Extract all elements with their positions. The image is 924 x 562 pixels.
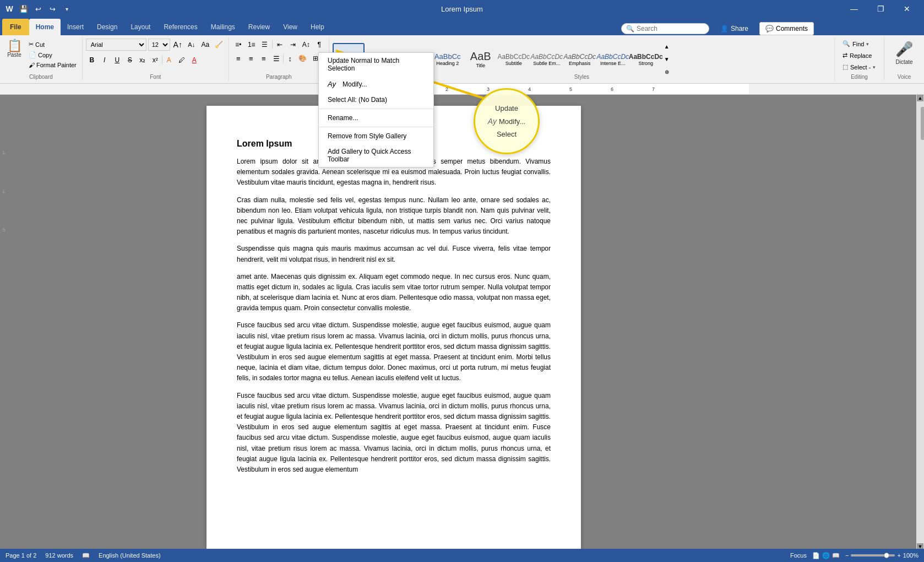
italic-button[interactable]: I [99,54,111,66]
comments-button[interactable]: 💬 Comments [759,22,814,35]
close-button[interactable]: ✕ [894,0,920,18]
callout-select[interactable]: Select [497,130,517,138]
paragraph-label: Paragraph [229,74,329,80]
menu-remove-gallery[interactable]: Remove from Style Gallery [319,128,433,144]
minimize-button[interactable]: — [841,0,867,18]
tab-mailings[interactable]: Mailings [204,19,242,35]
align-right-button[interactable]: ≡ [258,52,270,64]
clear-format-button[interactable]: 🧹 [213,39,225,51]
tab-review[interactable]: Review [242,19,276,35]
dictate-button[interactable]: 🎤 Dictate [892,40,916,66]
save-button[interactable]: 💾 [18,3,30,15]
tab-references[interactable]: References [157,19,204,35]
sort-button[interactable]: A↕ [300,39,312,51]
redo-button[interactable]: ↪ [46,3,58,15]
vertical-scrollbar[interactable]: ▲ ▼ [916,95,924,550]
paragraph-5: Fusce faucibus sed arcu vitae dictum. Su… [237,320,551,383]
zoom-out-button[interactable]: − [845,552,849,559]
tab-insert[interactable]: Insert [61,19,90,35]
select-button[interactable]: ⬚ Select - ▾ [838,62,880,72]
editing-group: 🔍 Find ▾ ⇄ Replace ⬚ Select - ▾ Editing [835,37,884,81]
zoom-slider[interactable] [851,554,895,556]
customize-qa-button[interactable]: ▾ [61,3,73,15]
scroll-thumb[interactable] [921,107,924,140]
menu-modify[interactable]: Ay Modify... [319,76,433,92]
subscript-button[interactable]: x₂ [137,54,149,66]
tab-design[interactable]: Design [90,19,124,35]
styles-scroll-down[interactable]: ▼ [663,53,671,66]
bullets-button[interactable]: ≡• [232,39,244,51]
superscript-button[interactable]: x² [149,54,161,66]
style-intense-em[interactable]: AaBbCcDc Intense E... [597,43,629,76]
menu-add-qa[interactable]: Add Gallery to Quick Access Toolbar [319,144,433,167]
find-button[interactable]: 🔍 Find ▾ [838,39,880,49]
increase-font-button[interactable]: A↑ [172,39,184,51]
menu-select-all[interactable]: Select All: (No Data) [319,92,433,107]
align-left-button[interactable]: ≡ [232,52,244,64]
style-subtle-em-label: Subtle Em... [533,61,560,66]
callout-modify[interactable]: Ay Modify... [488,117,525,126]
read-view-icon[interactable]: 📖 [832,552,840,559]
cut-button[interactable]: ✂ Cut [26,40,79,49]
numbering-button[interactable]: 1≡ [246,39,258,51]
paragraph-3: Suspendisse quis magna quis mauris maxim… [237,244,551,264]
tab-layout[interactable]: Layout [124,19,157,35]
style-emphasis[interactable]: AaBbCcDc Emphasis [564,43,596,76]
focus-button[interactable]: Focus [790,552,807,559]
paste-button[interactable]: 📋 Paste [3,39,25,59]
font-group: Arial 12 A↑ A↓ Aa 🧹 B I U S x₂ x² A 🖊 [83,37,229,81]
change-case-button[interactable]: Aa [199,39,211,51]
decrease-font-button[interactable]: A↓ [186,39,198,51]
zoom-thumb[interactable] [884,553,889,558]
font-divider [162,56,162,64]
strikethrough-button[interactable]: S [124,54,136,66]
search-input[interactable] [637,25,692,33]
voice-label: Voice [884,74,924,80]
justify-button[interactable]: ☰ [270,52,282,64]
bold-button[interactable]: B [86,54,98,66]
dictate-label: Dictate [895,59,912,65]
font-name-select[interactable]: Arial [86,39,146,51]
ribbon-search-box[interactable]: 🔍 [621,23,709,34]
underline-button[interactable]: U [111,54,123,66]
menu-update-normal[interactable]: Update Normal to Match Selection [319,53,433,76]
shading-button[interactable]: 🎨 [297,52,309,64]
style-strong-preview: AaBbCcDc [629,53,663,61]
tab-view[interactable]: View [276,19,304,35]
clipboard-group: 📋 Paste ✂ Cut 📄 Copy 🖌 Format Painter Cl… [0,37,83,81]
scroll-up-button[interactable]: ▲ [917,95,923,101]
replace-button[interactable]: ⇄ Replace [838,50,880,61]
copy-button[interactable]: 📄 Copy [26,50,79,60]
tab-home[interactable]: Home [29,19,61,35]
style-subtle-em[interactable]: AaBbCcDc Subtle Em... [531,43,563,76]
share-button[interactable]: 👤 Share [714,23,755,35]
quick-access-toolbar: 💾 ↩ ↪ ▾ [18,3,73,15]
font-color-button[interactable]: A [188,54,200,66]
para-divider1 [272,40,273,49]
line-spacing-button[interactable]: ↕ [284,52,296,64]
format-painter-button[interactable]: 🖌 Format Painter [26,61,79,69]
font-size-select[interactable]: 12 [148,39,170,51]
tab-file[interactable]: File [2,19,29,35]
maximize-button[interactable]: ❐ [868,0,893,18]
web-view-icon[interactable]: 🌐 [822,552,830,559]
tab-help[interactable]: Help [304,19,331,35]
style-strong[interactable]: AaBbCcDc Strong [630,43,662,76]
show-hide-button[interactable]: ¶ [313,39,325,51]
styles-scroll-up[interactable]: ▲ [663,41,671,53]
document-page[interactable]: Lorem Ipsum Lorem ipsum dolor sit amet, … [206,106,581,550]
print-view-icon[interactable]: 📄 [812,552,820,559]
page-info: Page 1 of 2 [6,552,36,559]
spell-check-icon: 📖 [82,552,90,559]
multilevel-button[interactable]: ☰ [259,39,271,51]
menu-rename[interactable]: Rename... [319,110,433,126]
zoom-in-button[interactable]: + [897,552,900,559]
callout-update[interactable]: Update [495,104,518,112]
style-subtle-em-preview: AaBbCcDc [530,53,563,61]
undo-button[interactable]: ↩ [32,3,44,15]
text-effects-button[interactable]: A [163,54,175,66]
increase-indent-button[interactable]: ⇥ [287,39,299,51]
highlight-button[interactable]: 🖊 [176,54,188,66]
align-center-button[interactable]: ≡ [245,52,257,64]
decrease-indent-button[interactable]: ⇤ [274,39,286,51]
